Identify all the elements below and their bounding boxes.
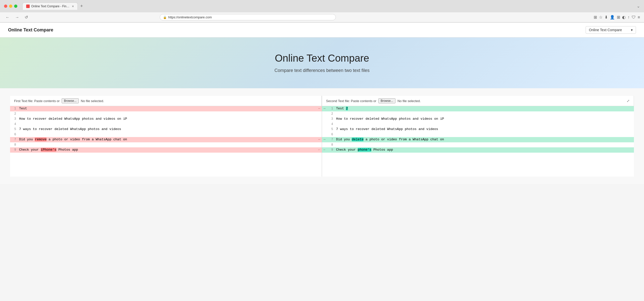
highlighted-word: phone's	[358, 148, 372, 152]
line-content[interactable]	[18, 111, 317, 116]
refresh-button[interactable]: ↺	[23, 14, 29, 21]
line-number: 7	[327, 137, 335, 142]
hero-subtitle: Compare text differences between two tex…	[5, 68, 639, 73]
diff-arrow-icon	[317, 127, 322, 132]
line-content[interactable]: Check your phone's Photos app	[335, 147, 634, 153]
line-number: 1	[327, 106, 335, 111]
close-button[interactable]	[4, 5, 7, 8]
upload-icon[interactable]: ↑	[628, 15, 630, 20]
diff-line-row: 57 ways to recover deleted WhatsApp phot…	[322, 127, 634, 132]
diff-line-row: 57 ways to recover deleted WhatsApp phot…	[10, 127, 322, 132]
diff-arrow-icon: ↔	[317, 137, 322, 142]
diff-line-row: 3How to recover deleted WhatsApp photos …	[322, 116, 634, 122]
main-content: First Text file: Paste contents or Brows…	[0, 88, 644, 184]
url-display: https://onlinetextcompare.com	[168, 15, 333, 19]
hero-section: Online Text Compare Compare text differe…	[0, 37, 644, 88]
right-browse-button[interactable]: Browse...	[378, 98, 395, 103]
left-file-label: First Text file: Paste contents or	[14, 99, 60, 103]
tab-close-button[interactable]: ×	[72, 4, 74, 8]
site-logo-title: Online Text Compare	[8, 27, 53, 33]
line-number: 9	[10, 147, 18, 153]
tool-dropdown[interactable]: Online Text Compare ▾	[586, 26, 636, 34]
diff-line-row: ←9Check your phone's Photos app	[322, 147, 634, 153]
highlighted-word: delete	[352, 138, 364, 141]
line-content[interactable]	[18, 142, 317, 147]
right-no-file-label: No file selected.	[397, 99, 421, 103]
extensions-icon[interactable]: ⊞	[617, 15, 620, 20]
left-no-file-label: No file selected.	[81, 99, 104, 103]
line-number: 6	[327, 132, 335, 137]
line-content[interactable]	[335, 122, 634, 127]
diff-line-row: 7Did you remove a photo or video from a …	[10, 137, 322, 142]
left-panel: First Text file: Paste contents or Brows…	[10, 96, 322, 177]
line-number: 1	[10, 106, 18, 111]
line-content[interactable]: How to recover deleted WhatsApp photos a…	[18, 116, 317, 122]
line-content[interactable]: Test 2	[335, 106, 634, 111]
diff-line-row: 9Check your iPhone's Photos app←	[10, 147, 322, 153]
line-content[interactable]	[335, 132, 634, 137]
diff-line-row: 6	[10, 132, 322, 137]
highlighted-word: iPhone's	[41, 148, 56, 152]
line-content[interactable]: 7 ways to recover deleted WhatsApp photo…	[18, 127, 317, 132]
line-number: 4	[327, 122, 335, 127]
new-tab-button[interactable]: +	[78, 2, 86, 10]
window-chevron[interactable]: ⌄	[637, 4, 640, 9]
diff-line-row: 8	[322, 142, 634, 147]
line-content[interactable]: Test	[18, 106, 317, 111]
diff-line-row: 4	[10, 122, 322, 127]
diff-arrow-icon: ←	[317, 147, 322, 153]
account-icon[interactable]: 👤	[610, 15, 615, 20]
right-diff-display[interactable]: ↔1Test 223How to recover deleted WhatsAp…	[322, 106, 634, 177]
star-icon[interactable]: ☆	[599, 15, 602, 20]
left-browse-button[interactable]: Browse...	[62, 98, 79, 103]
diff-arrow-icon	[322, 142, 327, 147]
line-number: 6	[10, 132, 18, 137]
line-number: 3	[327, 116, 335, 122]
right-file-label: Second Text file: Paste contents or	[326, 99, 376, 103]
expand-button[interactable]: ⤢	[627, 99, 630, 103]
diff-line-row: ↔7Did you delete a photo or video from a…	[322, 137, 634, 142]
line-content[interactable]	[335, 142, 634, 147]
line-number: 4	[10, 122, 18, 127]
address-bar[interactable]: 🔒 https://onlinetextcompare.com	[160, 14, 336, 20]
diff-arrow-icon: ↔	[317, 106, 322, 111]
diff-line-row: 2	[322, 111, 634, 116]
maximize-button[interactable]	[14, 5, 17, 8]
line-number: 7	[10, 137, 18, 142]
diff-line-row: 8	[10, 142, 322, 147]
left-diff-display[interactable]: 1Test↔23How to recover deleted WhatsApp …	[10, 106, 322, 177]
diff-arrow-icon	[317, 142, 322, 147]
line-content[interactable]: Did you delete a photo or video from a W…	[335, 137, 634, 142]
diff-arrow-icon	[322, 111, 327, 116]
diff-arrow-icon	[322, 127, 327, 132]
line-number: 5	[327, 127, 335, 132]
pocket-icon[interactable]: ⬇	[605, 15, 608, 20]
diff-arrow-icon	[317, 111, 322, 116]
profile-icon[interactable]: ◐	[622, 15, 626, 20]
diff-line-row: 1Test↔	[10, 106, 322, 111]
menu-icon[interactable]: ≡	[638, 15, 640, 20]
line-content[interactable]	[335, 111, 634, 116]
line-content[interactable]: Did you remove a photo or video from a W…	[18, 137, 317, 142]
forward-button[interactable]: →	[14, 14, 21, 21]
minimize-button[interactable]	[9, 5, 12, 8]
diff-line-row: 3How to recover deleted WhatsApp photos …	[10, 116, 322, 122]
browser-tab[interactable]: Online Text Compare - Find text ×	[22, 3, 78, 10]
line-content[interactable]: How to recover deleted WhatsApp photos a…	[335, 116, 634, 122]
diff-line-row: 6	[322, 132, 634, 137]
line-number: 9	[327, 147, 335, 153]
back-button[interactable]: ←	[4, 14, 11, 21]
line-content[interactable]	[18, 132, 317, 137]
line-content[interactable]: Check your iPhone's Photos app	[18, 147, 317, 153]
diff-arrow-icon	[317, 132, 322, 137]
diff-line-row: 2	[10, 111, 322, 116]
line-number: 2	[10, 111, 18, 116]
nav-right-icons: ⊞ ☆ ⬇ 👤 ⊞ ◐ ↑ 🛡 ≡	[594, 15, 640, 20]
line-content[interactable]: 7 ways to recover deleted WhatsApp photo…	[335, 127, 634, 132]
grid-icon[interactable]: ⊞	[594, 15, 597, 20]
line-number: 3	[10, 116, 18, 122]
shield-icon[interactable]: 🛡	[632, 15, 636, 20]
diff-arrow-icon	[317, 122, 322, 127]
lock-icon: 🔒	[163, 16, 167, 19]
line-content[interactable]	[18, 122, 317, 127]
